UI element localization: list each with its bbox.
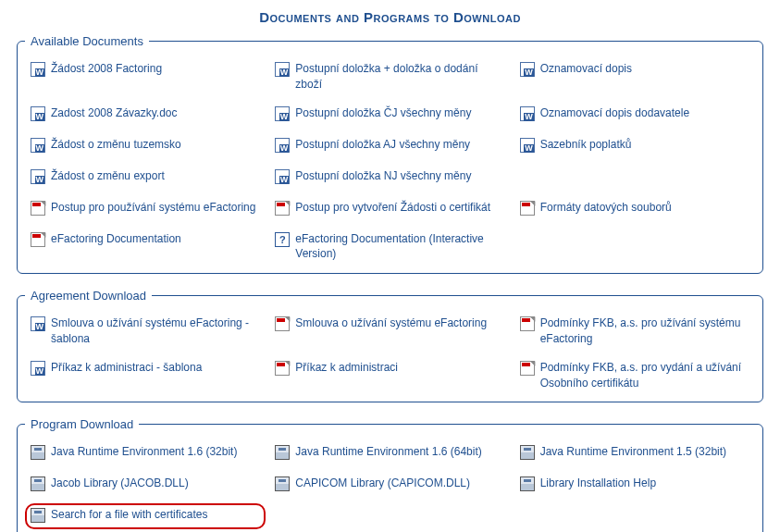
download-link[interactable]: Postupní doložka ČJ všechny měny: [295, 105, 471, 121]
archive-icon: [275, 476, 290, 491]
download-item: Žádost o změnu tuzemsko: [25, 133, 266, 159]
download-link[interactable]: Smlouva o užívání systému eFactoring: [295, 315, 487, 331]
available-documents-legend: Available Documents: [25, 34, 149, 48]
word-doc-icon: [31, 169, 45, 184]
download-item: Zadost 2008 Závazky.doc: [25, 102, 266, 128]
download-link[interactable]: Library Installation Help: [540, 476, 656, 491]
download-link[interactable]: Postupní doložka + doložka o dodání zbož…: [295, 61, 504, 93]
download-item: Formáty datových souborů: [514, 196, 755, 222]
word-doc-icon: [520, 106, 535, 121]
download-item: Smlouva o užívání systému eFactoring: [269, 312, 510, 351]
download-link[interactable]: Příkaz k administraci - šablona: [51, 360, 202, 376]
download-link[interactable]: Žádost 2008 Factoring: [51, 61, 162, 77]
download-link[interactable]: Oznamovací dopis: [540, 61, 632, 77]
download-item: Postupní doložka NJ všechny měny: [269, 165, 510, 191]
archive-icon: [520, 476, 535, 491]
download-item: Search for a file with certificates: [25, 503, 266, 529]
archive-icon: [275, 445, 290, 460]
download-link[interactable]: eFactoring Documentation: [51, 231, 181, 247]
download-item: Podmínky FKB, a.s. pro užívání systému e…: [514, 312, 755, 351]
word-doc-icon: [31, 316, 45, 331]
download-item: Library Installation Help: [514, 472, 755, 498]
download-item: Smlouva o užívání systému eFactoring - š…: [25, 312, 266, 351]
available-documents-section: Available Documents Žádost 2008 Factorin…: [17, 34, 763, 274]
word-doc-icon: [520, 62, 535, 77]
word-doc-icon: [275, 138, 290, 153]
download-link[interactable]: Search for a file with certificates: [51, 507, 207, 523]
download-item: Postup pro vytvoření Žádosti o certifiká…: [269, 196, 510, 222]
download-link[interactable]: Postup pro vytvoření Žádosti o certifiká…: [295, 200, 490, 216]
pdf-icon: [520, 201, 535, 216]
word-doc-icon: [275, 106, 290, 121]
word-doc-icon: [31, 106, 45, 121]
download-item: Sazebník poplatků: [514, 133, 755, 159]
agreement-download-section: Agreement Download Smlouva o užívání sys…: [17, 289, 763, 402]
download-link[interactable]: Postup pro používání systému eFactoring: [51, 200, 255, 216]
agreement-download-legend: Agreement Download: [25, 289, 152, 303]
pdf-icon: [275, 201, 290, 216]
word-doc-icon: [275, 62, 290, 77]
word-doc-icon: [31, 138, 45, 153]
download-item: Java Runtime Environment 1.6 (32bit): [25, 440, 266, 466]
download-item: Postupní doložka + doložka o dodání zbož…: [269, 57, 510, 96]
download-link[interactable]: Postupní doložka AJ všechny měny: [295, 137, 470, 153]
pdf-icon: [275, 316, 290, 331]
download-link[interactable]: Java Runtime Environment 1.5 (32bit): [540, 444, 726, 460]
download-link[interactable]: Oznamovací dopis dodavatele: [540, 105, 689, 121]
available-documents-grid: Žádost 2008 FactoringPostupní doložka + …: [25, 57, 755, 266]
download-link[interactable]: Formáty datových souborů: [540, 200, 672, 216]
page-title: Documents and Programs to Download: [17, 9, 763, 25]
download-item: eFactoring Documentation: [25, 228, 266, 266]
program-download-legend: Program Download: [25, 417, 139, 431]
download-link[interactable]: Příkaz k administraci: [295, 360, 398, 376]
archive-icon: [31, 508, 45, 523]
download-item: Příkaz k administraci: [269, 356, 510, 395]
pdf-icon: [275, 361, 290, 376]
archive-icon: [31, 476, 45, 491]
download-item: Oznamovací dopis dodavatele: [514, 102, 755, 128]
download-item: Postup pro používání systému eFactoring: [25, 196, 266, 222]
download-link[interactable]: Java Runtime Environment 1.6 (32bit): [51, 444, 237, 460]
pdf-icon: [520, 316, 535, 331]
download-item: Žádost 2008 Factoring: [25, 57, 266, 96]
download-item: Java Runtime Environment 1.5 (32bit): [514, 440, 755, 466]
download-item: Java Runtime Environment 1.6 (64bit): [269, 440, 510, 466]
download-link[interactable]: Jacob Library (JACOB.DLL): [51, 476, 189, 491]
download-link[interactable]: Žádost o změnu tuzemsko: [51, 137, 181, 153]
download-item: Příkaz k administraci - šablona: [25, 356, 266, 395]
word-doc-icon: [31, 62, 45, 77]
word-doc-icon: [520, 138, 535, 153]
word-doc-icon: [31, 361, 45, 376]
download-item: Žádost o změnu export: [25, 165, 266, 191]
download-item: Postupní doložka AJ všechny měny: [269, 133, 510, 159]
download-link[interactable]: eFactoring Documentation (Interactive Ve…: [295, 231, 504, 263]
download-item: CAPICOM Library (CAPICOM.DLL): [269, 472, 510, 498]
download-link[interactable]: Postupní doložka NJ všechny měny: [295, 168, 471, 184]
word-doc-icon: [275, 169, 290, 184]
agreement-download-grid: Smlouva o užívání systému eFactoring - š…: [25, 312, 755, 394]
download-item: ?eFactoring Documentation (Interactive V…: [269, 228, 510, 266]
download-item: Podmínky FKB, a.s. pro vydání a užívání …: [514, 356, 755, 395]
help-icon: ?: [275, 232, 290, 247]
download-link[interactable]: Podmínky FKB, a.s. pro vydání a užívání …: [540, 360, 749, 391]
download-link[interactable]: Žádost o změnu export: [51, 168, 165, 184]
archive-icon: [31, 445, 45, 460]
pdf-icon: [520, 361, 535, 376]
download-link[interactable]: Sazebník poplatků: [540, 137, 632, 153]
download-link[interactable]: Smlouva o užívání systému eFactoring - š…: [51, 315, 260, 347]
program-download-grid: Java Runtime Environment 1.6 (32bit)Java…: [25, 440, 755, 529]
program-download-section: Program Download Java Runtime Environmen…: [17, 417, 763, 532]
download-link[interactable]: Podmínky FKB, a.s. pro užívání systému e…: [540, 315, 749, 347]
pdf-icon: [31, 201, 45, 216]
pdf-icon: [31, 232, 45, 247]
download-link[interactable]: CAPICOM Library (CAPICOM.DLL): [295, 476, 470, 491]
download-item: Jacob Library (JACOB.DLL): [25, 472, 266, 498]
archive-icon: [520, 445, 535, 460]
download-link[interactable]: Zadost 2008 Závazky.doc: [51, 105, 178, 121]
download-item: Oznamovací dopis: [514, 57, 755, 96]
download-item: Postupní doložka ČJ všechny měny: [269, 102, 510, 128]
download-link[interactable]: Java Runtime Environment 1.6 (64bit): [295, 444, 481, 460]
